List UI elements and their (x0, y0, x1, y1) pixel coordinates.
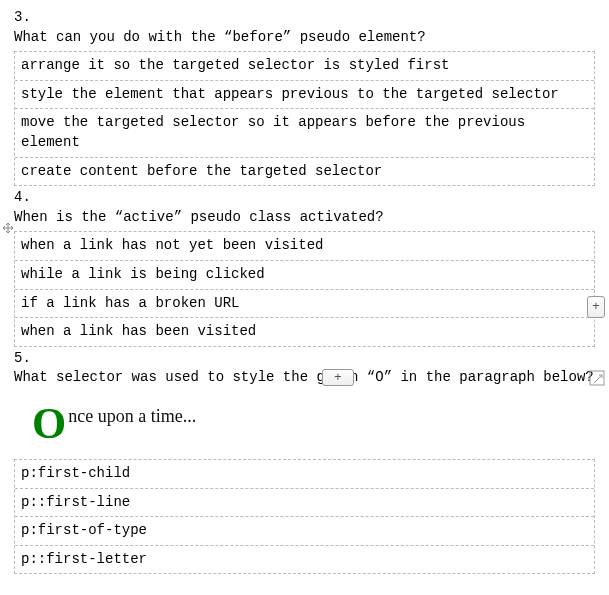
answer-table: when a link has not yet been visited whi… (14, 231, 595, 346)
answer-option[interactable]: style the element that appears previous … (15, 81, 594, 110)
answer-option[interactable]: p:first-of-type (15, 517, 594, 546)
question-number: 4. (14, 188, 595, 208)
add-row-button[interactable]: + (322, 369, 354, 386)
answer-option[interactable]: if a link has a broken URL (15, 290, 594, 319)
question-number: 3. (14, 8, 595, 28)
answer-option[interactable]: while a link is being clicked (15, 261, 594, 290)
answer-option[interactable]: arrange it so the targeted selector is s… (15, 52, 594, 81)
answer-option[interactable]: when a link has not yet been visited (15, 232, 594, 261)
answer-table: p:first-child p::first-line p:first-of-t… (14, 459, 595, 574)
answer-table: arrange it so the targeted selector is s… (14, 51, 595, 186)
add-column-button[interactable]: + (587, 296, 605, 318)
answer-option[interactable]: p:first-child (15, 460, 594, 489)
answer-option[interactable]: when a link has been visited (15, 318, 594, 346)
answer-option[interactable]: move the targeted selector so it appears… (15, 109, 594, 157)
question-text: What selector was used to style the gree… (14, 368, 595, 388)
question-text: When is the “active” pseudo class activa… (14, 208, 595, 228)
dropcap-letter: O (32, 406, 68, 441)
question-text: What can you do with the “before” pseudo… (14, 28, 595, 48)
example-paragraph: Once upon a time... (32, 406, 595, 441)
answer-option[interactable]: p::first-line (15, 489, 594, 518)
question-number: 5. (14, 349, 595, 369)
example-text: nce upon a time... (68, 406, 196, 426)
answer-option[interactable]: create content before the targeted selec… (15, 158, 594, 186)
move-handle-icon[interactable] (2, 222, 14, 234)
resize-handle-icon[interactable] (589, 370, 605, 386)
answer-option[interactable]: p::first-letter (15, 546, 594, 574)
